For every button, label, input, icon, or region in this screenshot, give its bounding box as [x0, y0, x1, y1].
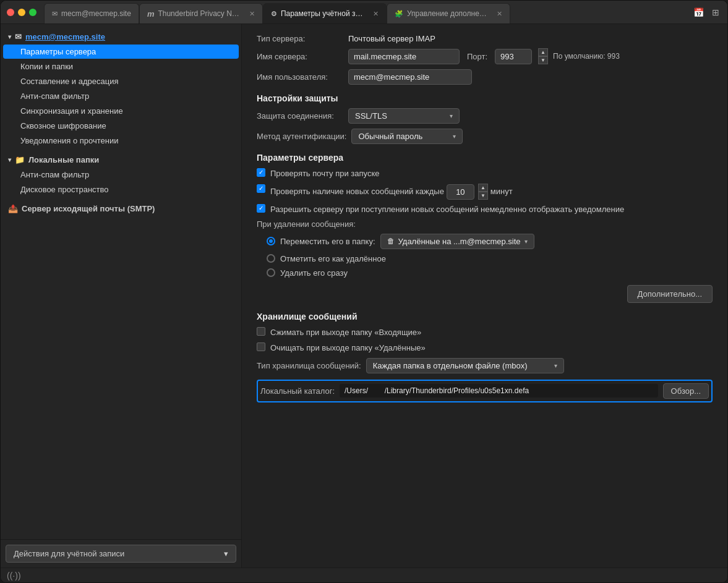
- server-settings-section-header: Параметры сервера: [257, 153, 713, 163]
- minimize-button[interactable]: [18, 9, 25, 16]
- tab-privacy[interactable]: m Thunderbird Privacy Notice ✕: [139, 3, 263, 23]
- server-type-label: Тип сервера:: [257, 34, 343, 43]
- compact-inbox-checkbox[interactable]: [257, 327, 265, 336]
- sidebar-antispam-label: Анти-спам фильтр: [20, 91, 89, 101]
- check-startup-row: ✓ Проверять почту при запуске: [257, 168, 713, 180]
- account-email-label: mecm@mecmep.site: [25, 32, 105, 41]
- sidebar-item-local-antispam[interactable]: Анти-спам фильтр: [3, 168, 239, 182]
- expand-icon: ▾: [8, 33, 11, 40]
- calendar-icon[interactable]: 📅: [693, 7, 704, 18]
- sidebar-read-receipt-label: Уведомления о прочтении: [20, 136, 118, 145]
- sidebar-item-composition[interactable]: Составление и адресация: [3, 74, 239, 88]
- tab-addons-label: Управление дополнениями: [407, 9, 490, 18]
- sidebar-item-disk-space[interactable]: Дисковое пространство: [3, 182, 239, 197]
- port-up-button[interactable]: ▲: [538, 48, 548, 56]
- layout-icon[interactable]: ⊞: [710, 7, 721, 18]
- account-actions-button[interactable]: Действия для учётной записи ▾: [6, 545, 236, 563]
- auth-method-row: Метод аутентификации: Обычный пароль ▾: [257, 129, 713, 144]
- delete-immediately-label: Удалить его сразу: [280, 268, 348, 278]
- check-startup-checkmark: ✓: [259, 169, 263, 176]
- connection-protection-dropdown[interactable]: SSL/TLS ▾: [348, 108, 460, 124]
- interval-up-button[interactable]: ▲: [478, 184, 488, 192]
- check-interval-checkmark: ✓: [259, 185, 263, 192]
- sidebar-local-antispam-label: Анти-спам фильтр: [20, 170, 89, 179]
- sidebar-sync-label: Синхронизация и хранение: [20, 106, 123, 116]
- connection-protection-arrow: ▾: [450, 113, 453, 119]
- check-interval-input[interactable]: [447, 184, 474, 200]
- titlebar-controls: 📅 ⊞: [693, 7, 721, 18]
- sidebar-item-e2e[interactable]: Сквозное шифрование: [3, 119, 239, 133]
- username-input[interactable]: [348, 69, 472, 85]
- sidebar-e2e-label: Сквозное шифрование: [20, 121, 106, 130]
- browse-button[interactable]: Обзор...: [663, 383, 709, 399]
- clean-trash-label: Очищать при выходе папку «Удалённые»: [270, 342, 426, 354]
- tab-account-settings-close[interactable]: ✕: [373, 10, 379, 18]
- storage-type-dropdown[interactable]: Каждая папка в отдельном файле (mbox) ▾: [366, 358, 564, 373]
- trash-icon: 🗑: [387, 237, 395, 245]
- addons-tab-icon: 🧩: [395, 10, 403, 18]
- sidebar-smtp-header[interactable]: 📤 Сервер исходящей почты (SMTP): [3, 202, 239, 216]
- interval-down-button[interactable]: ▼: [478, 192, 488, 200]
- sidebar-disk-space-label: Дисковое пространство: [20, 185, 109, 194]
- allow-server-notify-row: ✓ Разрешить серверу при поступлении новы…: [257, 203, 713, 216]
- server-type-value: Почтовый сервер IMAP: [348, 34, 435, 43]
- traffic-lights: [7, 9, 36, 16]
- tab-account-settings[interactable]: ⚙ Параметры учётной записи ✕: [263, 3, 387, 23]
- tab-email[interactable]: ✉ mecm@mecmep.site: [44, 3, 139, 23]
- storage-type-row: Тип хранилища сообщений: Каждая папка в …: [257, 358, 713, 373]
- titlebar: ✉ mecm@mecmep.site m Thunderbird Privacy…: [1, 1, 727, 24]
- delete-immediately-row: Удалить его сразу: [257, 268, 713, 278]
- port-input[interactable]: [495, 49, 532, 64]
- account-actions-label: Действия для учётной записи: [14, 549, 124, 558]
- sidebar-item-antispam[interactable]: Анти-спам фильтр: [3, 89, 239, 103]
- smtp-icon: 📤: [8, 204, 18, 213]
- sidebar-item-sync[interactable]: Синхронизация и хранение: [3, 104, 239, 118]
- smtp-label: Сервер исходящей почты (SMTP): [22, 204, 155, 213]
- server-name-label: Имя сервера:: [257, 52, 343, 61]
- tab-addons[interactable]: 🧩 Управление дополнениями ✕: [387, 3, 510, 23]
- sidebar-item-copies-folders[interactable]: Копии и папки: [3, 59, 239, 74]
- mark-deleted-radio[interactable]: [267, 254, 275, 263]
- sidebar-account-header[interactable]: ▾ ✉ mecm@mecmep.site: [3, 30, 239, 44]
- port-label: Порт:: [467, 52, 487, 61]
- move-to-folder-dropdown[interactable]: 🗑 Удалённые на ...m@mecmep.site ▾: [380, 234, 534, 249]
- port-down-button[interactable]: ▼: [538, 56, 548, 64]
- port-spinbox: ▲ ▼: [538, 48, 548, 64]
- compact-inbox-label: Сжимать при выходе папку «Входящие»: [270, 326, 421, 339]
- close-button[interactable]: [7, 9, 14, 16]
- sidebar-item-server-settings[interactable]: Параметры сервера: [3, 45, 239, 59]
- check-startup-label: Проверять почту при запуске: [270, 168, 380, 180]
- folder-dropdown-arrow: ▾: [525, 238, 528, 245]
- advanced-button[interactable]: Дополнительно...: [627, 285, 713, 303]
- username-label: Имя пользователя:: [257, 72, 343, 82]
- settings-tab-icon: ⚙: [271, 10, 277, 18]
- move-to-folder-row: Переместить его в папку: 🗑 Удалённые на …: [257, 234, 713, 249]
- allow-server-notify-label: Разрешить серверу при поступлении новых …: [270, 203, 624, 216]
- check-interval-checkbox[interactable]: ✓: [257, 184, 265, 193]
- sidebar: ▾ ✉ mecm@mecmep.site Параметры сервера К…: [1, 24, 242, 568]
- interval-spinbox: ▲ ▼: [478, 184, 488, 200]
- tab-privacy-close[interactable]: ✕: [249, 10, 255, 18]
- sidebar-content: ▾ ✉ mecm@mecmep.site Параметры сервера К…: [1, 24, 241, 539]
- connection-protection-value: SSL/TLS: [355, 111, 387, 121]
- move-to-folder-radio[interactable]: [267, 237, 275, 245]
- allow-server-notify-checkbox[interactable]: ✓: [257, 204, 265, 213]
- mark-deleted-row: Отметить его как удалённое: [257, 254, 713, 263]
- check-startup-checkbox[interactable]: ✓: [257, 168, 265, 177]
- local-expand-icon: ▾: [8, 156, 11, 163]
- maximize-button[interactable]: [29, 9, 36, 16]
- sidebar-local-folders-header[interactable]: ▾ 📁 Локальные папки: [3, 153, 239, 167]
- tab-addons-close[interactable]: ✕: [497, 10, 502, 18]
- sidebar-item-read-receipt[interactable]: Уведомления о прочтении: [3, 134, 239, 148]
- check-interval-row: ✓ Проверять наличие новых сообщений кажд…: [257, 184, 713, 200]
- delete-immediately-radio[interactable]: [267, 268, 275, 277]
- auth-method-value: Обычный пароль: [358, 132, 422, 141]
- sidebar-copies-folders-label: Копии и папки: [20, 62, 73, 71]
- tab-privacy-label: Thunderbird Privacy Notice: [158, 9, 242, 18]
- auth-method-dropdown[interactable]: Обычный пароль ▾: [351, 129, 463, 144]
- server-name-input[interactable]: [348, 49, 460, 64]
- server-type-row: Тип сервера: Почтовый сервер IMAP: [257, 34, 713, 43]
- clean-trash-checkbox[interactable]: [257, 343, 265, 351]
- tab-account-settings-label: Параметры учётной записи: [281, 9, 367, 18]
- local-dir-input[interactable]: [340, 384, 658, 398]
